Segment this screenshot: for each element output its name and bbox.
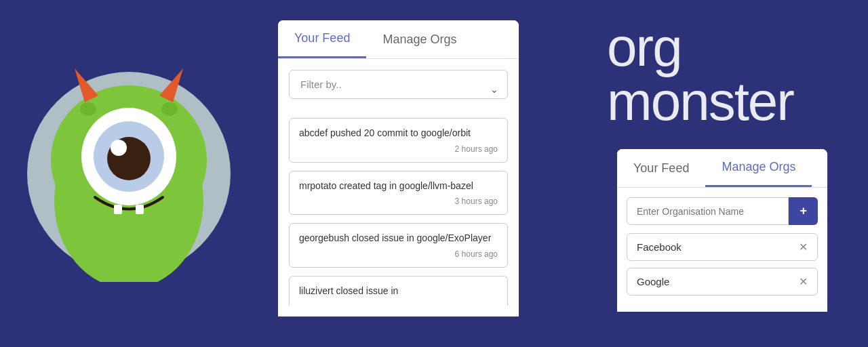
svg-rect-8 — [114, 205, 122, 214]
feed-item-time: 3 hours ago — [299, 197, 498, 206]
org-list-item: Facebook ✕ — [627, 233, 818, 261]
feed-content: Filter by.. All Push Issues Tags ⌄ abcde… — [278, 59, 519, 317]
feed-item-text: liluzivert closed issue in — [299, 285, 498, 298]
add-org-button[interactable]: + — [789, 197, 818, 225]
monster-illustration — [27, 65, 231, 282]
feed-item-time: 6 hours ago — [299, 249, 498, 259]
feed-item: liluzivert closed issue in — [289, 276, 508, 306]
org-list-item: Google ✕ — [627, 268, 818, 295]
brand-line1: org — [607, 20, 793, 75]
org-input-row: + — [627, 197, 818, 225]
manage-content: + Facebook ✕ Google ✕ — [617, 188, 827, 312]
manage-panel: Your Feed Manage Orgs + Facebook ✕ Googl… — [617, 149, 827, 312]
filter-wrapper: Filter by.. All Push Issues Tags ⌄ — [289, 70, 508, 108]
tab-your-feed-right[interactable]: Your Feed — [617, 149, 705, 187]
feed-item: georgebush closed issue in google/ExoPla… — [289, 223, 508, 268]
feed-item: mrpotato created tag in google/llvm-baze… — [289, 171, 508, 216]
org-name: Facebook — [637, 241, 682, 253]
brand-line2: monster — [607, 75, 793, 129]
right-section: org monster Your Feed Manage Orgs Filter… — [258, 0, 868, 347]
svg-point-7 — [111, 140, 127, 156]
feed-item-text: mrpotato created tag in google/llvm-baze… — [299, 180, 498, 193]
feed-item-text: abcdef pushed 20 commit to google/orbit — [299, 127, 498, 140]
feed-item-text: georgebush closed issue in google/ExoPla… — [299, 232, 498, 245]
tab-your-feed[interactable]: Your Feed — [278, 20, 366, 58]
remove-org-button[interactable]: ✕ — [799, 275, 808, 288]
feed-item: abcdef pushed 20 commit to google/orbit … — [289, 118, 508, 163]
org-name: Google — [637, 276, 669, 287]
svg-marker-3 — [159, 68, 183, 102]
feed-panel: Your Feed Manage Orgs Filter by.. All Pu… — [278, 20, 519, 317]
feed-item-time: 2 hours ago — [299, 144, 498, 154]
svg-point-11 — [161, 102, 178, 116]
brand-text: org monster — [607, 20, 793, 129]
svg-marker-2 — [75, 68, 98, 102]
tab-manage-orgs[interactable]: Manage Orgs — [366, 20, 473, 58]
monster-section — [0, 0, 258, 347]
manage-tabs: Your Feed Manage Orgs — [617, 149, 827, 188]
remove-org-button[interactable]: ✕ — [799, 241, 808, 253]
filter-select[interactable]: Filter by.. All Push Issues Tags — [289, 70, 508, 99]
tab-manage-orgs-right[interactable]: Manage Orgs — [705, 149, 812, 187]
svg-point-10 — [80, 102, 96, 116]
svg-rect-9 — [136, 205, 144, 214]
org-name-input[interactable] — [627, 197, 789, 225]
feed-tabs: Your Feed Manage Orgs — [278, 20, 519, 59]
